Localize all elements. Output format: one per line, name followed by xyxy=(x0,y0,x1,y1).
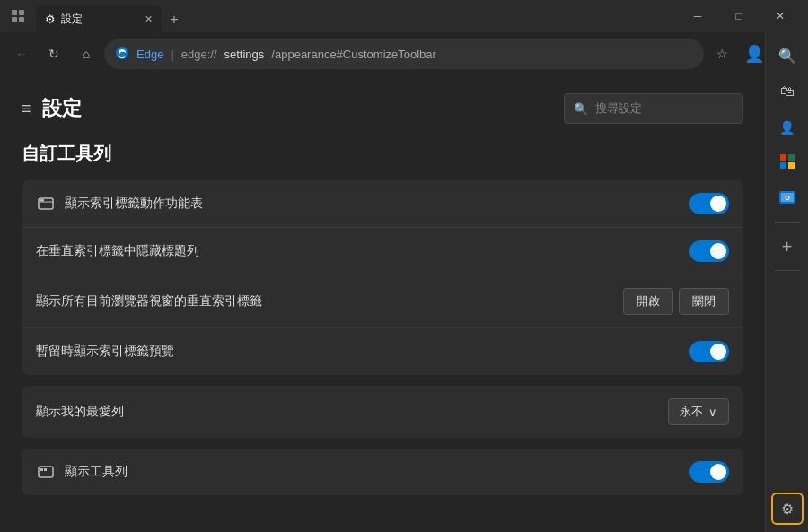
open-button[interactable]: 開啟 xyxy=(623,288,673,315)
settings-row-tab-actions: 顯示索引標籤動作功能表 xyxy=(22,180,743,228)
active-tab[interactable]: ⚙ 設定 ✕ xyxy=(36,5,162,32)
tab-actions-label: 顯示索引標籤動作功能表 xyxy=(65,196,689,212)
main-area: ≡ 設定 🔍 搜尋設定 自訂工具列 顯示索引標籤動作功能表 xyxy=(0,75,808,532)
svg-rect-14 xyxy=(788,162,795,169)
refresh-button[interactable]: ↻ xyxy=(40,39,68,68)
open-close-btn-group: 開啟 關閉 xyxy=(623,288,729,315)
sidebar-user-button[interactable]: 👤 xyxy=(771,111,804,144)
svg-rect-0 xyxy=(12,10,17,15)
close-button[interactable]: ✕ xyxy=(760,0,801,32)
toolbar-toggle[interactable] xyxy=(689,461,729,483)
sidebar-divider-2 xyxy=(775,270,800,271)
svg-rect-10 xyxy=(44,468,47,471)
search-placeholder: 搜尋設定 xyxy=(595,100,642,117)
sidebar-office-icon xyxy=(778,153,796,174)
chevron-down-icon: ∨ xyxy=(708,406,717,419)
profile-icon: 👤 xyxy=(744,44,764,64)
svg-rect-1 xyxy=(19,10,24,15)
new-tab-button[interactable]: + xyxy=(162,7,187,32)
tab-gear-icon: ⚙ xyxy=(45,13,56,26)
search-icon: 🔍 xyxy=(574,102,588,116)
address-scheme: edge:// xyxy=(181,48,217,61)
sidebar-settings-button[interactable]: ⚙ xyxy=(771,493,804,525)
settings-title: 設定 xyxy=(42,95,82,122)
sidebar-divider-1 xyxy=(775,222,800,223)
edge-logo-icon xyxy=(115,46,129,63)
close-button[interactable]: 關閉 xyxy=(679,288,729,315)
favorites-dropdown-value: 永不 xyxy=(680,404,703,420)
right-sidebar: 🔍 🛍 👤 O xyxy=(765,75,808,532)
sidebar-office-button[interactable] xyxy=(771,147,804,179)
tab-preview-toggle[interactable] xyxy=(689,341,729,362)
svg-rect-13 xyxy=(780,162,786,169)
sidebar-add-button[interactable]: + xyxy=(771,231,804,263)
window-controls: ─ □ ✕ xyxy=(677,0,801,32)
back-icon: ← xyxy=(15,47,28,61)
hamburger-icon[interactable]: ≡ xyxy=(22,100,31,118)
settings-group-tabs: 顯示索引標籤動作功能表 在垂直索引標籤中隱藏標題列 顯示所有目前瀏覽器視窗的垂直… xyxy=(22,180,743,375)
settings-row-show-all-tabs: 顯示所有目前瀏覽器視窗的垂直索引標籤 開啟 關閉 xyxy=(22,275,743,328)
hide-titlebar-label: 在垂直索引標籤中隱藏標題列 xyxy=(36,243,689,259)
svg-rect-3 xyxy=(19,17,24,22)
toolbar-label: 顯示工具列 xyxy=(65,464,689,480)
favorites-dropdown[interactable]: 永不 ∨ xyxy=(668,398,729,425)
svg-rect-12 xyxy=(788,154,795,161)
search-box[interactable]: 🔍 搜尋設定 xyxy=(564,93,743,124)
tab-label: 設定 xyxy=(61,12,83,27)
home-button[interactable]: ⌂ xyxy=(72,39,101,68)
sidebar-add-icon: + xyxy=(782,237,793,257)
settings-content: ≡ 設定 🔍 搜尋設定 自訂工具列 顯示索引標籤動作功能表 xyxy=(0,75,765,532)
sidebar-shopping-icon: 🛍 xyxy=(780,83,795,100)
settings-row-tab-preview: 暫留時顯示索引標籤預覽 xyxy=(22,328,743,375)
tab-area: ⚙ 設定 ✕ + xyxy=(36,0,670,32)
tab-preview-label: 暫留時顯示索引標籤預覽 xyxy=(36,344,689,360)
sidebar-settings-icon: ⚙ xyxy=(781,501,794,518)
svg-rect-2 xyxy=(12,17,17,22)
show-all-tabs-label: 顯示所有目前瀏覽器視窗的垂直索引標籤 xyxy=(36,293,623,310)
title-bar: ⚙ 設定 ✕ + ─ □ ✕ xyxy=(0,0,808,32)
svg-rect-7 xyxy=(40,199,44,202)
address-bar[interactable]: Edge | edge://settings/appearance#Custom… xyxy=(104,39,704,69)
settings-group-toolbar: 顯示工具列 xyxy=(22,449,743,495)
tab-close-button[interactable]: ✕ xyxy=(145,13,153,25)
svg-text:O: O xyxy=(785,195,790,201)
back-button[interactable]: ← xyxy=(7,39,36,68)
address-path: settings xyxy=(224,48,265,61)
svg-rect-8 xyxy=(39,467,53,477)
svg-rect-11 xyxy=(780,154,786,161)
toolbar-icon xyxy=(36,462,56,482)
refresh-icon: ↻ xyxy=(48,47,59,61)
nav-bar: ← ↻ ⌂ Edge | edge://settings/appearance#… xyxy=(0,32,808,75)
settings-header: ≡ 設定 🔍 搜尋設定 xyxy=(22,93,743,124)
sidebar-outlook-icon: O xyxy=(778,188,796,210)
tab-actions-toggle[interactable] xyxy=(689,193,729,214)
home-icon: ⌂ xyxy=(83,47,90,61)
address-separator: | xyxy=(171,48,173,61)
favorites-button[interactable]: ☆ xyxy=(707,39,736,68)
star-icon: ☆ xyxy=(716,47,728,61)
edge-brand-text: Edge xyxy=(136,48,163,61)
settings-row-hide-titlebar: 在垂直索引標籤中隱藏標題列 xyxy=(22,228,743,275)
sidebar-shopping-button[interactable]: 🛍 xyxy=(771,75,804,108)
address-hash: /appearance#CustomizeToolbar xyxy=(271,48,436,61)
tab-actions-icon xyxy=(36,194,56,214)
settings-row-toolbar: 顯示工具列 xyxy=(22,449,743,495)
sidebar-outlook-button[interactable]: O xyxy=(771,183,804,215)
minimize-button[interactable]: ─ xyxy=(677,0,718,32)
svg-rect-9 xyxy=(40,468,43,471)
favorites-bar-label: 顯示我的最愛列 xyxy=(36,404,668,420)
sidebar-user-icon: 👤 xyxy=(779,120,795,135)
page-title: 自訂工具列 xyxy=(22,142,743,166)
favorites-bar-row: 顯示我的最愛列 永不 ∨ xyxy=(22,386,743,438)
window-icon xyxy=(7,5,29,27)
maximize-button[interactable]: □ xyxy=(718,0,760,32)
hide-titlebar-toggle[interactable] xyxy=(689,240,729,262)
